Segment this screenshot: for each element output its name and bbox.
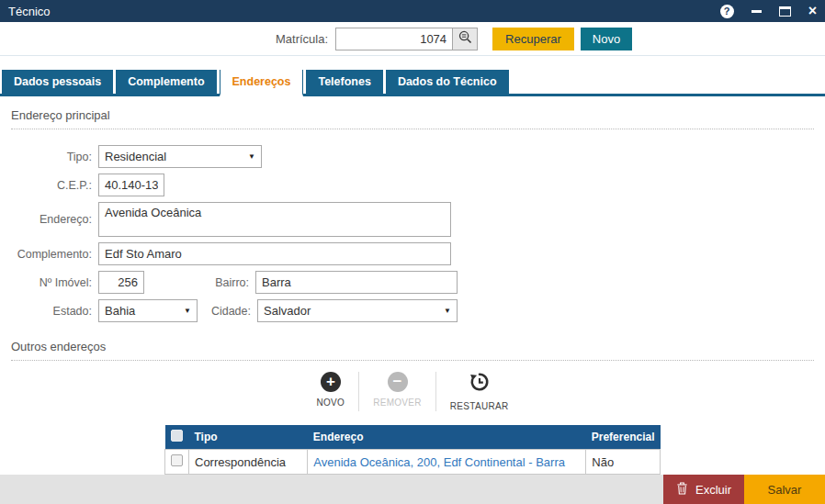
select-all-checkbox[interactable]: [171, 430, 183, 442]
chevron-down-icon: ▼: [444, 307, 451, 315]
bairro-input[interactable]: [255, 271, 458, 294]
restaurar-address-label: RESTAURAR: [450, 401, 509, 411]
recuperar-button[interactable]: Recuperar: [492, 28, 574, 50]
tipo-label: Tipo:: [11, 151, 98, 163]
salvar-button[interactable]: Salvar: [744, 475, 825, 504]
numero-bairro-row: Nº Imóvel: Bairro:: [11, 271, 458, 294]
novo-address-button[interactable]: + NOVO: [303, 370, 359, 413]
complemento-input[interactable]: [98, 242, 451, 265]
numero-imovel-input[interactable]: [98, 271, 144, 294]
tipo-select[interactable]: Residencial ▼: [98, 145, 262, 168]
trash-icon: [676, 482, 688, 498]
complemento-row: Complemento:: [11, 242, 458, 265]
novo-address-label: NOVO: [317, 398, 345, 408]
estado-select[interactable]: Bahia ▼: [98, 299, 198, 322]
cep-row: C.E.P.:: [11, 174, 458, 196]
excluir-button[interactable]: Excluir: [663, 475, 744, 504]
plus-circle-icon: +: [321, 372, 341, 392]
endereco-textarea[interactable]: Avenida Oceânica: [98, 202, 451, 237]
row-endereco-link[interactable]: Avenida Oceânica, 200, Edf Continental -…: [313, 455, 565, 469]
endereco-row: Endereço: Avenida Oceânica: [11, 202, 458, 237]
help-icon[interactable]: ?: [720, 5, 734, 18]
other-addresses-table: Tipo Endereço Preferencial Correspondênc…: [164, 425, 661, 475]
estado-label: Estado:: [11, 305, 98, 318]
complemento-label: Complemento:: [11, 248, 98, 261]
row-tipo: Correspondência: [189, 450, 308, 475]
chevron-down-icon: ▼: [248, 152, 255, 161]
estado-cidade-row: Estado: Bahia ▼ Cidade: Salvador ▼: [11, 299, 458, 322]
restore-history-icon: [469, 372, 490, 396]
tab-complemento[interactable]: Complemento: [116, 70, 216, 94]
table-row: Correspondência Avenida Oceânica, 200, E…: [165, 450, 661, 475]
chevron-down-icon: ▼: [184, 307, 191, 315]
window-controls: ? ×: [720, 4, 817, 18]
cep-input[interactable]: [98, 174, 164, 196]
remover-address-button[interactable]: − REMOVER: [359, 370, 435, 413]
footer-bar: Excluir Salvar: [0, 475, 825, 504]
cidade-select-value: Salvador: [264, 304, 311, 318]
main-address-section-title: Endereço principal: [11, 104, 814, 129]
matricula-bar: Matrícula: Recuperar Novo: [0, 22, 825, 56]
tab-dados-do-tecnico[interactable]: Dados do Técnico: [386, 70, 509, 94]
excluir-label: Excluir: [695, 483, 731, 497]
matricula-input-group: [335, 28, 478, 50]
search-list-icon: [458, 29, 473, 49]
tab-dados-pessoais[interactable]: Dados pessoais: [2, 70, 113, 94]
row-checkbox[interactable]: [171, 454, 183, 466]
matricula-label: Matrícula:: [276, 32, 328, 46]
cidade-label: Cidade:: [211, 305, 257, 318]
col-header-tipo: Tipo: [189, 425, 308, 450]
bairro-label: Bairro:: [215, 276, 255, 289]
tab-enderecos[interactable]: Endereços: [220, 70, 304, 96]
matricula-search-button[interactable]: [453, 28, 478, 50]
col-header-preferencial: Preferencial: [586, 425, 661, 450]
main-address-form: Tipo: Residencial ▼ C.E.P.: Endereço: Av…: [11, 145, 814, 322]
cep-label: C.E.P.:: [11, 179, 98, 192]
remover-address-label: REMOVER: [373, 398, 422, 408]
novo-record-button[interactable]: Novo: [581, 28, 632, 50]
tab-content: Endereço principal Tipo: Residencial ▼ C…: [0, 96, 825, 475]
close-icon[interactable]: ×: [808, 4, 817, 18]
window-titlebar: Técnico ? ×: [0, 0, 825, 22]
estado-select-value: Bahia: [105, 304, 135, 318]
cidade-select[interactable]: Salvador ▼: [257, 299, 458, 322]
window-title: Técnico: [8, 5, 51, 18]
tab-telefones[interactable]: Telefones: [306, 70, 382, 94]
table-header-row: Tipo Endereço Preferencial: [165, 425, 661, 450]
minimize-icon[interactable]: [752, 10, 762, 13]
minus-circle-icon: −: [388, 372, 408, 392]
endereco-label: Endereço:: [11, 213, 98, 226]
other-addresses-section-title: Outros endereços: [11, 335, 814, 361]
col-header-endereco: Endereço: [308, 425, 586, 450]
tipo-row: Tipo: Residencial ▼: [11, 145, 458, 168]
numero-label: Nº Imóvel:: [11, 276, 98, 289]
tipo-select-value: Residencial: [105, 150, 166, 163]
other-addresses-toolbar: + NOVO − REMOVER RESTAURAR: [11, 370, 814, 413]
maximize-icon[interactable]: [779, 6, 791, 17]
tab-bar: Dados pessoais Complemento Endereços Tel…: [0, 70, 825, 96]
matricula-input[interactable]: [335, 28, 453, 50]
restaurar-address-button[interactable]: RESTAURAR: [436, 370, 523, 413]
row-preferencial: Não: [586, 450, 661, 475]
